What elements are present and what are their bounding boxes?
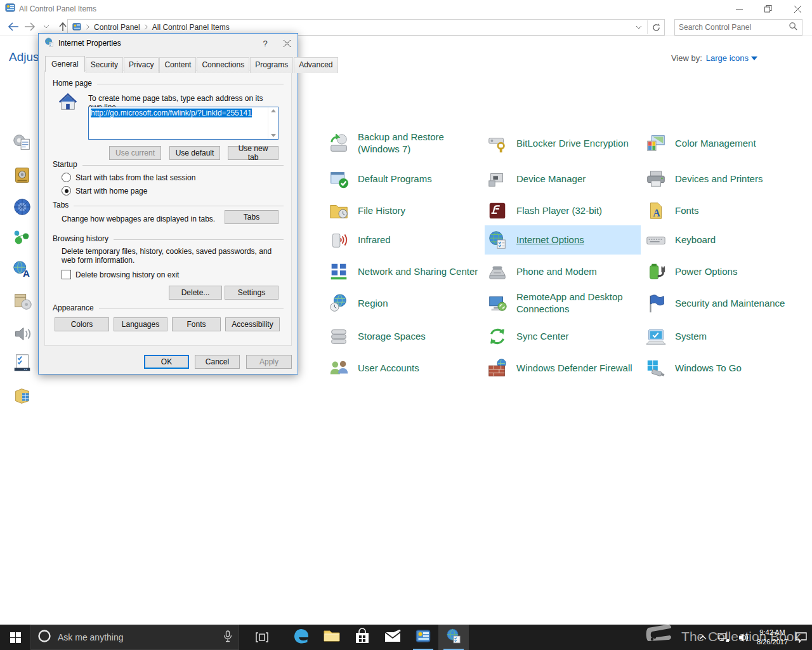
recent-pages-dropdown-icon[interactable]	[38, 19, 55, 34]
tab-programs[interactable]: Programs	[250, 57, 293, 73]
apply-button[interactable]: Apply	[246, 355, 292, 369]
taskbar-internet-properties-button[interactable]	[438, 625, 469, 650]
control-panel-item-system[interactable]: System	[643, 322, 799, 351]
control-panel-item-region[interactable]: Region	[326, 289, 482, 318]
scroll-up-icon[interactable]	[271, 109, 276, 112]
taskbar-file-explorer-button[interactable]	[317, 625, 347, 650]
control-panel-item-label: Storage Spaces	[358, 331, 426, 343]
control-panel-window-icon	[5, 3, 15, 15]
dialog-help-button[interactable]: ?	[254, 34, 276, 53]
control-panel-item-windows-to-go[interactable]: Windows To Go	[643, 354, 799, 383]
breadcrumb-all-control-panel-items[interactable]: All Control Panel Items	[148, 23, 233, 32]
taskbar-navigation-icon[interactable]	[11, 352, 34, 375]
colors-button[interactable]: Colors	[55, 317, 109, 331]
work-folders-icon[interactable]	[11, 385, 34, 408]
use-default-button[interactable]: Use default	[169, 146, 220, 160]
search-input[interactable]	[675, 23, 785, 32]
control-panel-item-flash-player[interactable]: Flash Player (32-bit)	[485, 196, 641, 225]
cancel-button[interactable]: Cancel	[195, 355, 240, 369]
start-button[interactable]	[0, 625, 30, 650]
radio-start-with-tabs[interactable]: Start with tabs from the last session	[62, 173, 195, 182]
programs-and-features-icon[interactable]	[11, 290, 34, 313]
tabs-button[interactable]: Tabs	[225, 210, 278, 224]
control-panel-item-network-sharing-center[interactable]: Network and Sharing Center	[326, 257, 482, 286]
use-current-button[interactable]: Use current	[109, 146, 161, 160]
dialog-tab-strip: General Security Privacy Content Connect…	[45, 57, 339, 73]
search-box[interactable]	[674, 19, 802, 36]
languages-button[interactable]: Languages	[114, 317, 167, 331]
credential-manager-icon[interactable]	[11, 164, 34, 187]
control-panel-item-sync-center[interactable]: Sync Center	[485, 322, 641, 351]
use-new-tab-button[interactable]: Use new tab	[228, 146, 278, 160]
control-panel-item-power-options[interactable]: Power Options	[643, 257, 799, 286]
control-panel-item-file-history[interactable]: File History	[326, 196, 482, 225]
default-programs-icon	[327, 168, 350, 190]
forward-button[interactable]	[22, 19, 38, 34]
taskbar-store-button[interactable]	[347, 625, 377, 650]
control-panel-item-phone-and-modem[interactable]: Phone and Modem	[485, 257, 641, 286]
control-panel-item-color-management[interactable]: Color Management	[643, 129, 799, 158]
tab-security[interactable]: Security	[86, 57, 123, 73]
task-view-button[interactable]	[248, 625, 276, 650]
home-page-url-field[interactable]: http://go.microsoft.com/fwlink/p/?LinkId…	[88, 107, 278, 140]
address-dropdown-icon[interactable]	[631, 20, 647, 35]
control-panel-item-infrared[interactable]: Infrared	[326, 225, 482, 255]
tab-advanced[interactable]: Advanced	[294, 57, 337, 73]
dialog-close-button[interactable]	[276, 34, 298, 53]
taskbar-edge-button[interactable]	[286, 625, 317, 650]
volume-icon[interactable]	[737, 628, 750, 647]
control-panel-item-bitlocker[interactable]: BitLocker Drive Encryption	[485, 129, 641, 158]
tab-general[interactable]: General	[45, 56, 85, 72]
control-panel-item-label: Default Programs	[358, 173, 432, 185]
radio-start-with-home-page[interactable]: Start with home page	[62, 186, 147, 196]
scroll-down-icon[interactable]	[271, 134, 276, 137]
settings-button[interactable]: Settings	[225, 286, 278, 300]
control-panel-item-fonts[interactable]: AFonts	[643, 196, 799, 225]
tab-privacy[interactable]: Privacy	[124, 57, 159, 73]
breadcrumb-control-panel[interactable]: Control Panel	[90, 23, 144, 32]
control-panel-item-backup-restore[interactable]: Backup and Restore (Windows 7)	[326, 129, 482, 158]
checkbox-icon[interactable]	[62, 270, 71, 279]
radio-icon[interactable]	[62, 173, 71, 182]
control-panel-item-user-accounts[interactable]: User Accounts	[326, 354, 482, 383]
ok-button[interactable]: OK	[144, 355, 189, 369]
url-field-scrollbar[interactable]	[268, 107, 278, 139]
power-options-icon	[645, 260, 667, 283]
fonts-button[interactable]: Fonts	[172, 317, 221, 331]
control-panel-item-default-programs[interactable]: Default Programs	[326, 164, 482, 194]
microphone-icon[interactable]	[223, 630, 232, 645]
tab-connections[interactable]: Connections	[197, 57, 249, 73]
control-panel-item-storage-spaces[interactable]: Storage Spaces	[326, 322, 482, 351]
language-icon[interactable]: A	[11, 258, 34, 281]
ease-of-access-icon[interactable]	[11, 196, 34, 219]
control-panel-item-devices-and-printers[interactable]: Devices and Printers	[643, 164, 799, 194]
cortana-icon	[37, 629, 51, 646]
administrative-tools-icon[interactable]	[11, 131, 34, 154]
delete-button[interactable]: Delete...	[169, 286, 222, 300]
network-icon[interactable]	[716, 628, 730, 647]
minimize-button[interactable]	[724, 0, 754, 18]
control-panel-item-remoteapp[interactable]: RemoteApp and Desktop Connections	[485, 289, 641, 318]
control-panel-item-keyboard[interactable]: Keyboard	[643, 225, 799, 255]
control-panel-item-security-and-maintenance[interactable]: Security and Maintenance	[643, 289, 799, 318]
refresh-icon[interactable]	[647, 20, 664, 34]
taskbar-clock[interactable]: 9:42 AM 8/26/2017	[757, 628, 788, 647]
cortana-search-box[interactable]: Ask me anything	[30, 625, 239, 650]
taskbar-mail-button[interactable]	[377, 625, 408, 650]
action-center-icon[interactable]	[794, 628, 808, 647]
homegroup-icon[interactable]	[11, 227, 34, 249]
radio-selected-icon[interactable]	[62, 186, 71, 196]
tab-content[interactable]: Content	[159, 57, 196, 73]
tray-expand-chevron-icon[interactable]	[696, 628, 710, 647]
search-icon[interactable]	[785, 22, 802, 33]
accessibility-button[interactable]: Accessibility	[225, 317, 280, 331]
back-button[interactable]	[5, 19, 22, 34]
close-button[interactable]	[783, 0, 812, 18]
delete-history-checkbox[interactable]: Delete browsing history on exit	[62, 270, 179, 279]
taskbar-control-panel-button[interactable]	[408, 625, 438, 650]
control-panel-item-device-manager[interactable]: Device Manager	[485, 164, 641, 194]
sound-icon[interactable]	[11, 323, 34, 346]
maximize-button[interactable]	[754, 0, 783, 18]
control-panel-item-internet-options[interactable]: Internet Options	[485, 225, 641, 255]
control-panel-item-defender-firewall[interactable]: Windows Defender Firewall	[485, 354, 641, 383]
